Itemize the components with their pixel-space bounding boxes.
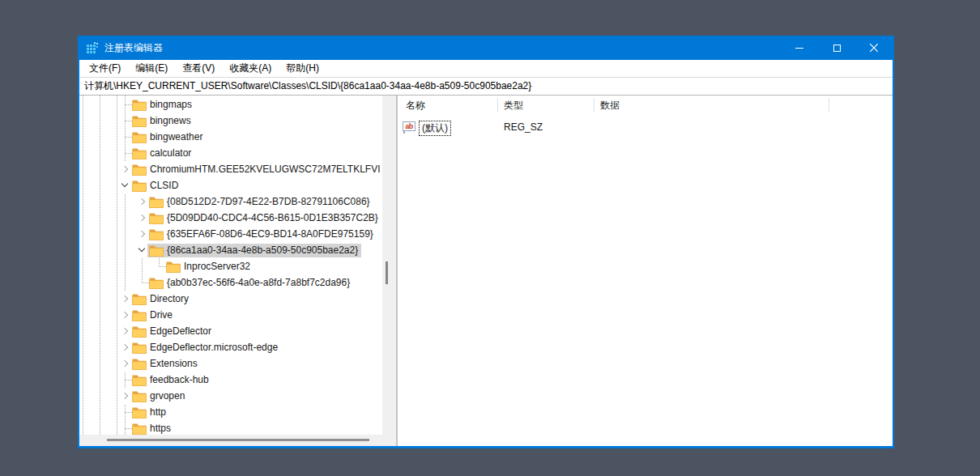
chevron-down-icon[interactable] (136, 242, 147, 258)
column-separator[interactable] (594, 98, 594, 112)
tree-node[interactable]: bingnews (130, 114, 194, 128)
column-header-data[interactable]: 数据 (600, 99, 620, 113)
menu-item-help[interactable]: 帮助(H) (279, 60, 326, 77)
tree-item[interactable]: bingmaps (79, 96, 382, 113)
minimize-button[interactable] (781, 36, 818, 60)
tree-node[interactable]: feedback-hub (130, 373, 212, 387)
tree-item-label: {635EFA6F-08D6-4EC9-BD14-8A0FDE975159} (167, 228, 373, 240)
value-name: (默认) (419, 121, 451, 136)
minimize-icon (795, 48, 803, 49)
address-bar[interactable]: 计算机\HKEY_CURRENT_USER\Software\Classes\C… (79, 77, 893, 96)
tree-item-label: feedback-hub (150, 374, 209, 385)
maximize-button[interactable] (818, 36, 855, 60)
tree-item[interactable]: EdgeDeflector (79, 323, 382, 339)
tree-item[interactable]: bingweather (79, 129, 382, 145)
folder-icon (132, 390, 147, 402)
tree-node[interactable]: calculator (130, 147, 194, 160)
tree-item[interactable]: {635EFA6F-08D6-4EC9-BD14-8A0FDE975159} (79, 226, 382, 242)
tree-item[interactable]: Extensions (79, 355, 382, 372)
close-icon (870, 44, 878, 52)
tree-item[interactable]: https (79, 420, 382, 435)
chevron-right-icon[interactable] (119, 291, 130, 307)
tree-node[interactable]: {5D09DD40-CDC4-4C56-B615-0D1E3B357C2B} (147, 211, 381, 225)
tree-node[interactable]: InprocServer32 (164, 260, 254, 274)
tree-node[interactable]: EdgeDeflector (130, 325, 215, 338)
tree-item[interactable]: {5D09DD40-CDC4-4C56-B615-0D1E3B357C2B} (79, 210, 382, 226)
folder-icon (132, 99, 147, 111)
tree-horizontal-scrollbar[interactable] (79, 435, 396, 446)
chevron-right-icon[interactable] (136, 210, 147, 226)
folder-icon (132, 423, 147, 435)
tree-connector (136, 274, 147, 291)
tree-node[interactable]: {ab0b37ec-56f6-4a0e-a8fd-7a8bf7c2da96} (147, 276, 353, 290)
chevron-right-icon[interactable] (119, 307, 130, 323)
tree-node[interactable]: Directory (130, 292, 192, 306)
chevron-right-icon[interactable] (119, 161, 130, 177)
folder-icon (132, 131, 147, 143)
menu-item-edit[interactable]: 编辑(E) (128, 60, 175, 77)
column-header-type[interactable]: 类型 (504, 99, 523, 113)
chevron-right-icon[interactable] (119, 323, 130, 339)
value-row[interactable]: ab(默认)REG_SZ (398, 119, 893, 135)
folder-icon (149, 277, 164, 289)
tree-node[interactable]: http (130, 406, 169, 419)
tree-item[interactable]: Drive (79, 307, 382, 323)
chevron-right-icon[interactable] (119, 355, 130, 372)
values-pane: 名称类型数据 ab(默认)REG_SZ (398, 96, 893, 446)
tree-connector (153, 258, 164, 274)
title-bar[interactable]: 注册表编辑器 (79, 36, 893, 60)
tree-node[interactable]: CLSID (130, 179, 181, 193)
chevron-right-icon[interactable] (119, 339, 130, 355)
window-title: 注册表编辑器 (104, 41, 163, 55)
folder-icon (149, 212, 164, 224)
tree-item[interactable]: Directory (79, 291, 382, 307)
tree: bingmapsbingnewsbingweathercalculatorChr… (79, 96, 382, 435)
tree-node[interactable]: https (130, 422, 174, 436)
tree-item[interactable]: bingnews (79, 113, 382, 129)
tree-item[interactable]: ChromiumHTM.GEE52KVELUGWSC72M7ELTKLFVI (79, 161, 382, 177)
tree-vertical-scrollbar-thumb[interactable] (386, 261, 388, 284)
tree-node[interactable]: {08D512D2-7D97-4E22-B7DB-82791106C086} (147, 195, 373, 209)
tree-item[interactable]: InprocServer32 (79, 258, 382, 274)
tree-node[interactable]: ChromiumHTM.GEE52KVELUGWSC72M7ELTKLFVI (130, 163, 382, 176)
folder-icon (132, 406, 147, 419)
tree-node[interactable]: grvopen (130, 389, 188, 403)
tree-item[interactable]: feedback-hub (79, 372, 382, 388)
tree-node[interactable]: Drive (130, 308, 176, 322)
menu-item-view[interactable]: 查看(V) (175, 60, 222, 77)
tree-item[interactable]: http (79, 404, 382, 420)
tree-item[interactable]: CLSID (79, 177, 382, 193)
registry-editor-window: 注册表编辑器 文件(F)编辑(E)查看(V)收藏夹(A)帮助(H) 计算机\HK… (78, 36, 894, 448)
folder-icon (132, 342, 147, 354)
tree-node-selected[interactable]: {86ca1aa0-34aa-4e8b-a509-50c905bae2a2} (147, 244, 361, 257)
tree-node[interactable]: bingweather (130, 130, 206, 144)
tree-item[interactable]: {08D512D2-7D97-4E22-B7DB-82791106C086} (79, 193, 382, 210)
chevron-down-icon[interactable] (119, 177, 130, 193)
chevron-right-icon[interactable] (136, 226, 147, 242)
tree-item[interactable]: calculator (79, 145, 382, 161)
chevron-right-icon[interactable] (119, 388, 130, 404)
menu-item-file[interactable]: 文件(F) (82, 60, 128, 77)
chevron-right-icon[interactable] (136, 193, 147, 210)
column-separator[interactable] (829, 98, 829, 112)
folder-icon (132, 374, 147, 386)
column-header-name[interactable]: 名称 (406, 99, 425, 113)
tree-node[interactable]: {635EFA6F-08D6-4EC9-BD14-8A0FDE975159} (147, 227, 377, 241)
tree-item-label: bingnews (150, 115, 191, 126)
tree-item-label: grvopen (150, 390, 185, 402)
folder-icon (149, 244, 164, 257)
close-button[interactable] (855, 36, 893, 60)
tree-item[interactable]: grvopen (79, 388, 382, 404)
menu-item-favorites[interactable]: 收藏夹(A) (222, 60, 279, 77)
tree-vertical-scrollbar[interactable] (382, 96, 396, 435)
tree-horizontal-scrollbar-thumb[interactable] (107, 439, 369, 441)
tree-node[interactable]: bingmaps (130, 98, 195, 112)
tree-item[interactable]: EdgeDeflector.microsoft-edge (79, 339, 382, 355)
tree-node[interactable]: Extensions (130, 357, 201, 371)
tree-item-label: {ab0b37ec-56f6-4a0e-a8fd-7a8bf7c2da96} (167, 277, 350, 288)
tree-item[interactable]: {86ca1aa0-34aa-4e8b-a509-50c905bae2a2} (79, 242, 382, 258)
column-separator[interactable] (497, 98, 498, 112)
tree-node[interactable]: EdgeDeflector.microsoft-edge (130, 341, 281, 355)
tree-item[interactable]: {ab0b37ec-56f6-4a0e-a8fd-7a8bf7c2da96} (79, 274, 382, 291)
folder-icon (132, 164, 147, 176)
